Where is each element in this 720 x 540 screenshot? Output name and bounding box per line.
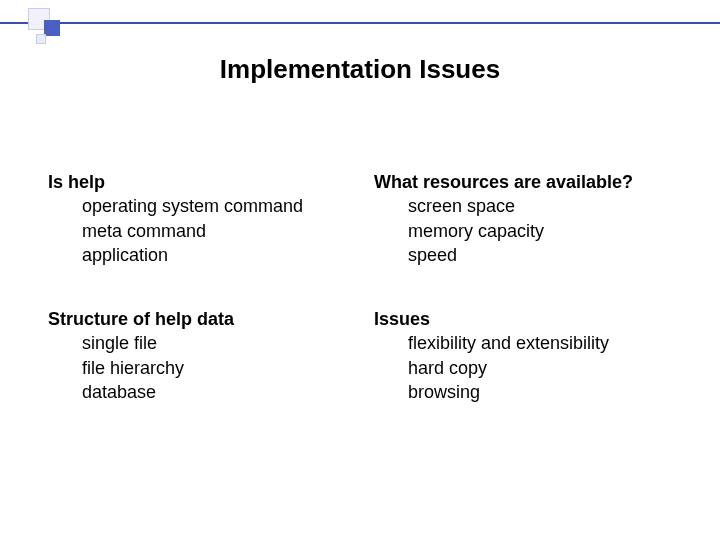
list-item: application [82,243,354,267]
slide-content: Is help operating system command meta co… [48,170,680,404]
list-item: browsing [408,380,680,404]
header-rule [0,22,720,24]
list-item: database [82,380,354,404]
block-heading: Is help [48,170,354,194]
square-decor-icon [36,34,46,44]
list-item: operating system command [82,194,354,218]
block-heading: Issues [374,307,680,331]
block-structure: Structure of help data single file file … [48,307,354,404]
header-accent [0,0,720,34]
block-heading: What resources are available? [374,170,680,194]
square-decor-icon [44,20,60,36]
list-item: meta command [82,219,354,243]
slide-title: Implementation Issues [0,54,720,85]
list-item: speed [408,243,680,267]
block-items: flexibility and extensibility hard copy … [374,331,680,404]
list-item: screen space [408,194,680,218]
block-items: single file file hierarchy database [48,331,354,404]
block-heading: Structure of help data [48,307,354,331]
list-item: single file [82,331,354,355]
block-items: screen space memory capacity speed [374,194,680,267]
list-item: file hierarchy [82,356,354,380]
block-resources: What resources are available? screen spa… [374,170,680,267]
list-item: hard copy [408,356,680,380]
block-items: operating system command meta command ap… [48,194,354,267]
block-is-help: Is help operating system command meta co… [48,170,354,267]
list-item: flexibility and extensibility [408,331,680,355]
list-item: memory capacity [408,219,680,243]
block-issues: Issues flexibility and extensibility har… [374,307,680,404]
